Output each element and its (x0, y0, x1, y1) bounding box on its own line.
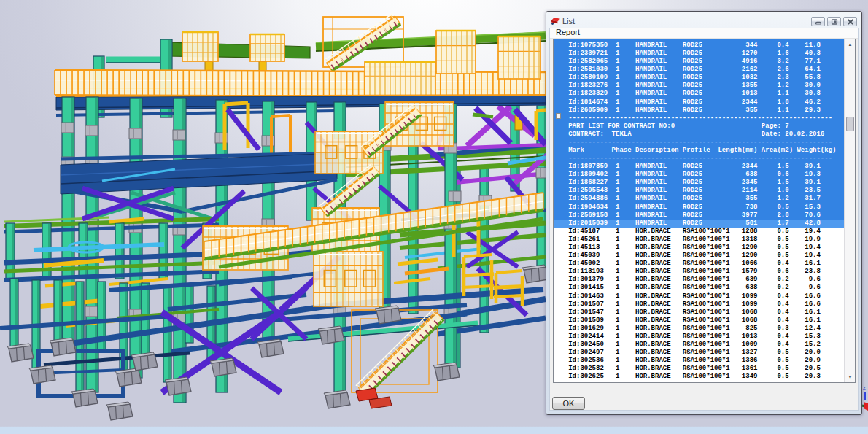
svg-text:z: z (863, 384, 866, 391)
